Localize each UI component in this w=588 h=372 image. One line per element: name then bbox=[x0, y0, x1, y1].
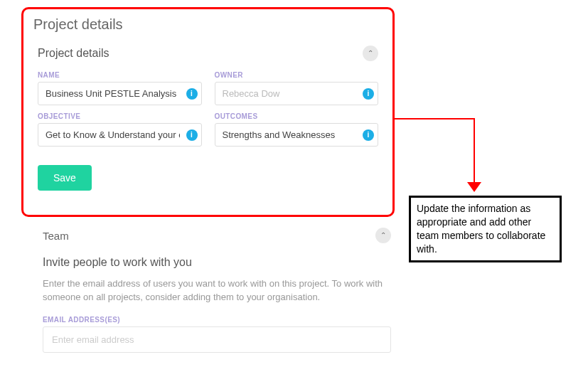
annotation-connector bbox=[474, 118, 475, 184]
info-icon[interactable]: i bbox=[363, 129, 374, 141]
info-icon[interactable]: i bbox=[186, 129, 198, 141]
annotation-connector bbox=[395, 118, 475, 119]
project-details-highlight: Project details Project details ⌃ NAME i… bbox=[21, 7, 395, 217]
label-name: NAME bbox=[38, 71, 202, 79]
collapse-project-details-button[interactable]: ⌃ bbox=[363, 46, 378, 61]
field-objective: OBJECTIVE i bbox=[38, 112, 202, 147]
field-owner: OWNER i bbox=[215, 71, 379, 105]
input-wrap-objective: i bbox=[38, 123, 202, 147]
save-button[interactable]: Save bbox=[38, 165, 92, 191]
row-objective-outcomes: OBJECTIVE i OUTCOMES i bbox=[38, 112, 378, 147]
team-section: Team ⌃ Invite people to work with you En… bbox=[43, 228, 391, 353]
arrow-down-icon bbox=[467, 182, 481, 192]
label-objective: OBJECTIVE bbox=[38, 112, 202, 120]
field-outcomes: OUTCOMES i bbox=[215, 112, 379, 147]
name-input[interactable] bbox=[38, 82, 202, 105]
field-name: NAME i bbox=[38, 71, 202, 105]
input-wrap-name: i bbox=[38, 82, 202, 105]
team-header: Team ⌃ bbox=[43, 228, 391, 243]
email-input[interactable] bbox=[43, 326, 391, 353]
owner-input[interactable] bbox=[215, 82, 379, 105]
row-name-owner: NAME i OWNER i bbox=[38, 71, 378, 105]
input-wrap-outcomes: i bbox=[215, 123, 379, 147]
project-details-header: Project details ⌃ bbox=[38, 46, 378, 61]
objective-input[interactable] bbox=[38, 123, 202, 147]
team-subtitle: Invite people to work with you bbox=[43, 256, 391, 269]
label-outcomes: OUTCOMES bbox=[215, 112, 379, 120]
outcomes-input[interactable] bbox=[215, 123, 379, 147]
project-details-title: Project details bbox=[38, 47, 109, 60]
project-details-panel: Project details ⌃ NAME i OWNER i bbox=[33, 46, 383, 191]
page-title: Project details bbox=[33, 16, 383, 33]
info-icon[interactable]: i bbox=[186, 88, 198, 100]
label-owner: OWNER bbox=[215, 71, 379, 79]
chevron-up-icon: ⌃ bbox=[368, 50, 373, 57]
team-description: Enter the email address of users you wan… bbox=[43, 277, 391, 304]
collapse-team-button[interactable]: ⌃ bbox=[375, 228, 391, 243]
chevron-up-icon: ⌃ bbox=[380, 232, 386, 239]
label-email: EMAIL ADDRESS(ES) bbox=[43, 316, 391, 324]
team-title: Team bbox=[43, 230, 69, 242]
input-wrap-owner: i bbox=[215, 82, 379, 105]
annotation-callout: Update the information as appropriate an… bbox=[409, 196, 562, 262]
info-icon[interactable]: i bbox=[363, 88, 374, 100]
